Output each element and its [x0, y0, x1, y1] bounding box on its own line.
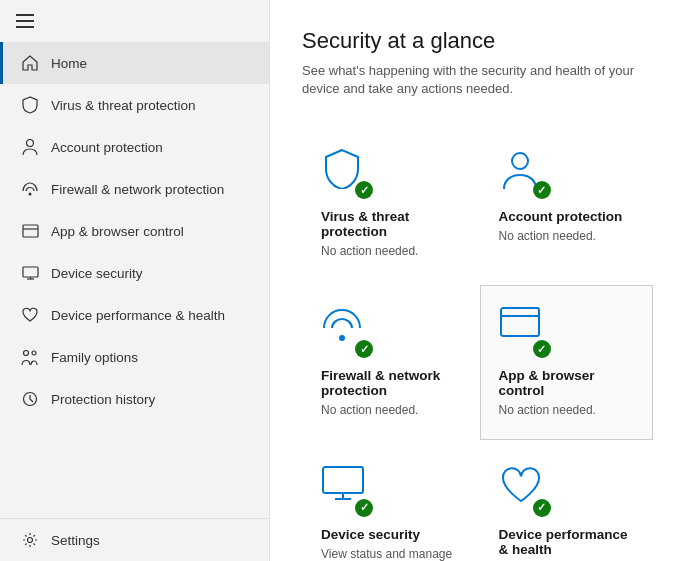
shield-icon [19, 94, 41, 116]
svg-rect-7 [23, 267, 38, 277]
sidebar-item-home-label: Home [51, 56, 87, 71]
device-security-card-status: View status and manage hardware security… [321, 546, 457, 561]
browser-card[interactable]: App & browser control No action needed. [480, 285, 654, 440]
account-card[interactable]: Account protection No action needed. [480, 126, 654, 281]
sidebar-item-device-health[interactable]: Device performance & health [0, 294, 269, 336]
account-icon [19, 136, 41, 158]
browser-icon [19, 220, 41, 242]
firewall-card-title: Firewall & network protection [321, 368, 457, 398]
browser-card-title: App & browser control [499, 368, 635, 398]
cards-grid: Virus & threat protection No action need… [302, 126, 653, 561]
device-health-check-icon [533, 499, 551, 517]
device-health-card-icon [499, 465, 551, 517]
sidebar-item-family-label: Family options [51, 350, 138, 365]
svg-point-13 [28, 538, 33, 543]
virus-card-status: No action needed. [321, 243, 457, 260]
sidebar-item-device-security-label: Device security [51, 266, 143, 281]
history-icon [19, 388, 41, 410]
settings-label: Settings [51, 533, 100, 548]
browser-card-icon [499, 306, 551, 358]
account-card-status: No action needed. [499, 228, 635, 245]
svg-point-14 [512, 153, 528, 169]
home-icon [19, 52, 41, 74]
device-security-check-icon [355, 499, 373, 517]
device-health-card[interactable]: Device performance & health No action ne… [480, 444, 654, 561]
sidebar-item-browser-label: App & browser control [51, 224, 184, 239]
sidebar-item-firewall[interactable]: Firewall & network protection [0, 168, 269, 210]
svg-rect-2 [16, 26, 34, 28]
sidebar-item-virus[interactable]: Virus & threat protection [0, 84, 269, 126]
svg-point-4 [29, 193, 32, 196]
device-security-card[interactable]: Device security View status and manage h… [302, 444, 476, 561]
device-security-card-icon [321, 465, 373, 517]
svg-point-11 [32, 351, 36, 355]
svg-rect-0 [16, 14, 34, 16]
sidebar-item-firewall-label: Firewall & network protection [51, 182, 224, 197]
sidebar-bottom: Settings [0, 518, 269, 561]
svg-rect-18 [323, 467, 363, 493]
sidebar-item-history[interactable]: Protection history [0, 378, 269, 420]
sidebar-item-virus-label: Virus & threat protection [51, 98, 196, 113]
virus-card-icon [321, 147, 373, 199]
sidebar-item-home[interactable]: Home [0, 42, 269, 84]
svg-rect-16 [501, 308, 539, 336]
svg-point-3 [27, 140, 34, 147]
health-icon [19, 304, 41, 326]
account-check-icon [533, 181, 551, 199]
svg-rect-5 [23, 225, 38, 237]
sidebar-item-account[interactable]: Account protection [0, 126, 269, 168]
firewall-card-status: No action needed. [321, 402, 457, 419]
settings-icon [19, 529, 41, 551]
svg-point-15 [339, 335, 345, 341]
device-health-card-title: Device performance & health [499, 527, 635, 557]
sidebar: Home Virus & threat protection Account p… [0, 0, 270, 561]
family-icon [19, 346, 41, 368]
firewall-check-icon [355, 340, 373, 358]
account-card-title: Account protection [499, 209, 635, 224]
main-content: Security at a glance See what's happenin… [270, 0, 685, 561]
browser-card-status: No action needed. [499, 402, 635, 419]
svg-point-10 [24, 351, 29, 356]
hamburger-button[interactable] [0, 0, 269, 42]
settings-item[interactable]: Settings [0, 519, 269, 561]
device-security-card-title: Device security [321, 527, 457, 542]
sidebar-item-account-label: Account protection [51, 140, 163, 155]
virus-check-icon [355, 181, 373, 199]
virus-card-title: Virus & threat protection [321, 209, 457, 239]
page-title: Security at a glance [302, 28, 653, 54]
virus-card[interactable]: Virus & threat protection No action need… [302, 126, 476, 281]
account-card-icon [499, 147, 551, 199]
device-icon [19, 262, 41, 284]
firewall-icon [19, 178, 41, 200]
page-subtitle: See what's happening with the security a… [302, 62, 653, 98]
firewall-card[interactable]: Firewall & network protection No action … [302, 285, 476, 440]
browser-check-icon [533, 340, 551, 358]
svg-rect-1 [16, 20, 34, 22]
sidebar-item-family[interactable]: Family options [0, 336, 269, 378]
sidebar-item-history-label: Protection history [51, 392, 155, 407]
sidebar-item-device-health-label: Device performance & health [51, 308, 225, 323]
sidebar-item-device-security[interactable]: Device security [0, 252, 269, 294]
sidebar-item-browser[interactable]: App & browser control [0, 210, 269, 252]
firewall-card-icon [321, 306, 373, 358]
